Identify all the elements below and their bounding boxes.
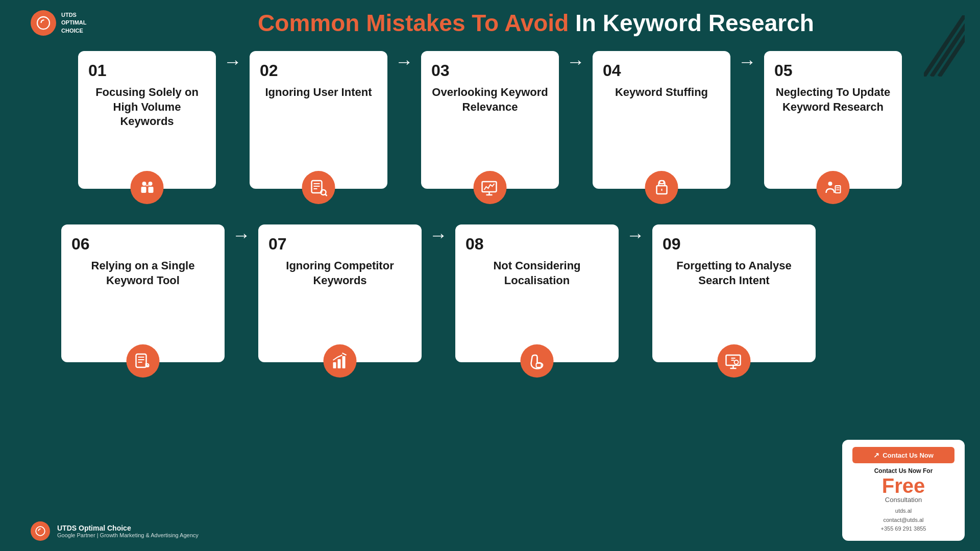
card-09: 09 Forgetting to Analyse Search Intent: [652, 224, 816, 362]
logo-area: UTDS OPTIMAL CHOICE: [31, 10, 112, 36]
header: UTDS OPTIMAL CHOICE Common Mistakes To A…: [0, 0, 980, 46]
cta-box: ↗ Contact Us Now Contact Us Now For Free…: [842, 440, 965, 541]
cta-arrow-icon: ↗: [873, 451, 879, 459]
arrow-7-8: →: [422, 224, 455, 246]
card-01: 01 Focusing Solely on High Volume Keywor…: [78, 51, 216, 189]
footer-tagline: Google Partner | Growth Marketing & Adve…: [57, 532, 199, 538]
footer: UTDS Optimal Choice Google Partner | Gro…: [31, 521, 199, 541]
main-title: Common Mistakes To Avoid In Keyword Rese…: [122, 9, 949, 37]
cta-button-label: Contact Us Now: [883, 452, 934, 459]
card-04-icon: [645, 171, 678, 204]
arrow-6-7: →: [225, 224, 258, 246]
card-03-text: Overlooking Keyword Relevance: [431, 85, 549, 114]
card-05: 05 Neglecting To Update Keyword Research: [764, 51, 902, 189]
svg-rect-22: [835, 186, 840, 193]
card-03-icon: [474, 171, 507, 204]
svg-rect-19: [659, 181, 664, 184]
svg-point-0: [37, 17, 50, 29]
svg-point-42: [36, 527, 45, 536]
card-02: 02 Ignoring User Intent: [250, 51, 387, 189]
card-05-icon: [817, 171, 850, 204]
svg-line-33: [342, 353, 346, 355]
content-area: 01 Focusing Solely on High Volume Keywor…: [0, 46, 980, 362]
card-06: 06 Relying on a Single Keyword Tool: [61, 224, 225, 362]
card-09-icon: [718, 344, 751, 378]
cta-email: contact@utds.al: [852, 516, 954, 525]
card-01-text: Focusing Solely on High Volume Keywords: [88, 85, 206, 129]
card-04-number: 04: [603, 61, 720, 80]
arrow-4-5: →: [730, 51, 764, 72]
card-09-number: 09: [663, 235, 805, 254]
card-07-text: Ignoring Competitor Keywords: [268, 259, 411, 288]
cta-phone: +355 69 291 3855: [852, 524, 954, 534]
card-01-number: 01: [88, 61, 206, 80]
footer-company: UTDS Optimal Choice: [57, 524, 199, 532]
footer-text: UTDS Optimal Choice Google Partner | Gro…: [57, 524, 199, 538]
title-rest: In Keyword Research: [569, 10, 814, 36]
svg-line-14: [325, 194, 327, 196]
card-08: 08 Not Considering Localisation: [455, 224, 619, 362]
svg-point-5: [148, 182, 152, 186]
card-07-icon: [324, 344, 357, 378]
card-08-text: Not Considering Localisation: [465, 259, 608, 288]
card-08-icon: [521, 344, 554, 378]
cta-details: utds.al contact@utds.al +355 69 291 3855: [852, 507, 954, 534]
cta-free-label: Free: [852, 475, 954, 496]
card-04-text: Keyword Stuffing: [603, 85, 720, 100]
svg-rect-25: [136, 354, 146, 367]
cta-consultation: Consultation: [852, 496, 954, 504]
svg-point-21: [828, 182, 832, 186]
card-05-text: Neglecting To Update Keyword Research: [774, 85, 892, 114]
arrow-3-4: →: [559, 51, 593, 72]
card-04: 04 Keyword Stuffing: [593, 51, 730, 189]
card-06-text: Relying on a Single Keyword Tool: [71, 259, 214, 288]
row2: 06 Relying on a Single Keyword Tool → 07…: [61, 224, 949, 362]
arrow-2-3: →: [387, 51, 421, 72]
decorative-lines: [924, 15, 965, 77]
cta-website: utds.al: [852, 507, 954, 516]
card-06-number: 06: [71, 235, 214, 254]
card-07: 07 Ignoring Competitor Keywords: [258, 224, 422, 362]
footer-logo-icon: [31, 521, 50, 541]
card-05-number: 05: [774, 61, 892, 80]
svg-rect-32: [342, 356, 345, 368]
logo-text: UTDS OPTIMAL CHOICE: [61, 11, 87, 35]
card-01-icon: [131, 171, 164, 204]
card-02-number: 02: [260, 61, 377, 80]
card-06-icon: [127, 344, 160, 378]
cta-contact-title: Contact Us Now For: [852, 467, 954, 474]
card-03: 03 Overlooking Keyword Relevance: [421, 51, 559, 189]
cta-button[interactable]: ↗ Contact Us Now: [852, 447, 954, 463]
svg-rect-6: [141, 187, 146, 193]
card-02-text: Ignoring User Intent: [260, 85, 377, 100]
svg-rect-8: [145, 185, 149, 186]
svg-rect-30: [333, 362, 336, 368]
arrow-1-2: →: [216, 51, 250, 72]
card-02-icon: [302, 171, 335, 204]
arrow-8-9: →: [619, 224, 652, 246]
svg-rect-31: [337, 359, 340, 368]
svg-point-4: [142, 182, 146, 186]
card-03-number: 03: [431, 61, 549, 80]
card-08-number: 08: [465, 235, 608, 254]
card-07-number: 07: [268, 235, 411, 254]
svg-rect-7: [148, 187, 153, 193]
card-09-text: Forgetting to Analyse Search Intent: [663, 259, 805, 288]
title-highlight: Common Mistakes To Avoid: [258, 10, 569, 36]
logo-icon: [31, 10, 56, 36]
svg-point-39: [734, 360, 738, 364]
row1: 01 Focusing Solely on High Volume Keywor…: [31, 51, 949, 189]
